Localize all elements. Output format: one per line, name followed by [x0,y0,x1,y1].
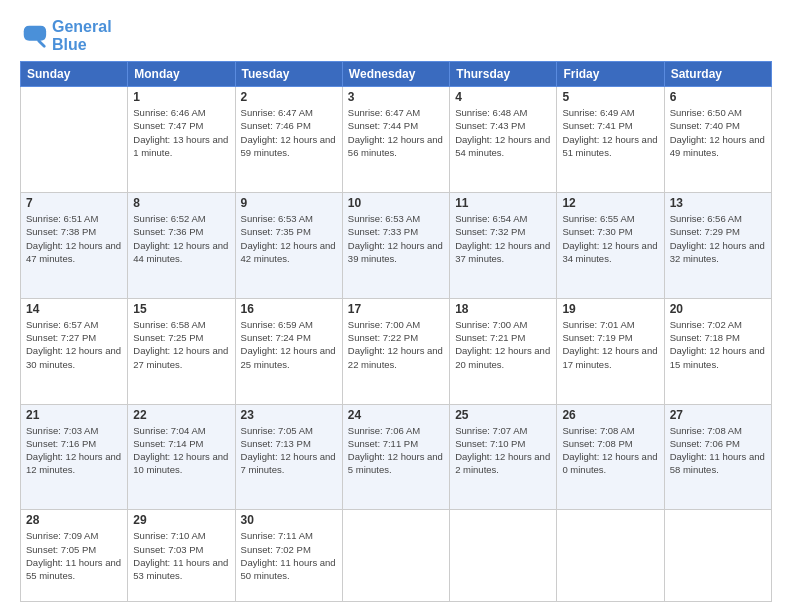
day-number: 4 [455,90,551,104]
day-cell [21,87,128,193]
day-info: Sunrise: 6:52 AM Sunset: 7:36 PM Dayligh… [133,212,229,265]
day-cell: 26 Sunrise: 7:08 AM Sunset: 7:08 PM Dayl… [557,404,664,510]
day-number: 25 [455,408,551,422]
day-info: Sunrise: 6:49 AM Sunset: 7:41 PM Dayligh… [562,106,658,159]
day-number: 6 [670,90,766,104]
day-number: 5 [562,90,658,104]
day-info: Sunrise: 6:55 AM Sunset: 7:30 PM Dayligh… [562,212,658,265]
day-number: 23 [241,408,337,422]
day-cell: 30 Sunrise: 7:11 AM Sunset: 7:02 PM Dayl… [235,510,342,602]
day-info: Sunrise: 6:58 AM Sunset: 7:25 PM Dayligh… [133,318,229,371]
day-number: 12 [562,196,658,210]
day-cell: 28 Sunrise: 7:09 AM Sunset: 7:05 PM Dayl… [21,510,128,602]
day-number: 8 [133,196,229,210]
day-number: 19 [562,302,658,316]
day-info: Sunrise: 6:48 AM Sunset: 7:43 PM Dayligh… [455,106,551,159]
day-number: 22 [133,408,229,422]
week-row-2: 7 Sunrise: 6:51 AM Sunset: 7:38 PM Dayli… [21,192,772,298]
week-row-5: 28 Sunrise: 7:09 AM Sunset: 7:05 PM Dayl… [21,510,772,602]
day-cell [664,510,771,602]
day-number: 18 [455,302,551,316]
day-info: Sunrise: 7:04 AM Sunset: 7:14 PM Dayligh… [133,424,229,477]
header-tuesday: Tuesday [235,62,342,87]
day-number: 24 [348,408,444,422]
logo-line1: General [52,18,112,36]
day-number: 20 [670,302,766,316]
day-number: 7 [26,196,122,210]
day-cell: 8 Sunrise: 6:52 AM Sunset: 7:36 PM Dayli… [128,192,235,298]
page: General Blue Sunday Monday Tuesday Wedne… [0,0,792,612]
day-cell: 16 Sunrise: 6:59 AM Sunset: 7:24 PM Dayl… [235,298,342,404]
day-number: 17 [348,302,444,316]
logo: General Blue [20,18,112,53]
day-number: 26 [562,408,658,422]
weekday-header-row: Sunday Monday Tuesday Wednesday Thursday… [21,62,772,87]
header-monday: Monday [128,62,235,87]
day-cell: 22 Sunrise: 7:04 AM Sunset: 7:14 PM Dayl… [128,404,235,510]
day-number: 2 [241,90,337,104]
day-number: 28 [26,513,122,527]
day-info: Sunrise: 6:54 AM Sunset: 7:32 PM Dayligh… [455,212,551,265]
day-info: Sunrise: 7:00 AM Sunset: 7:22 PM Dayligh… [348,318,444,371]
day-info: Sunrise: 7:01 AM Sunset: 7:19 PM Dayligh… [562,318,658,371]
week-row-4: 21 Sunrise: 7:03 AM Sunset: 7:16 PM Dayl… [21,404,772,510]
day-number: 14 [26,302,122,316]
day-info: Sunrise: 6:53 AM Sunset: 7:35 PM Dayligh… [241,212,337,265]
day-number: 3 [348,90,444,104]
day-cell: 2 Sunrise: 6:47 AM Sunset: 7:46 PM Dayli… [235,87,342,193]
day-info: Sunrise: 6:57 AM Sunset: 7:27 PM Dayligh… [26,318,122,371]
day-cell: 27 Sunrise: 7:08 AM Sunset: 7:06 PM Dayl… [664,404,771,510]
day-number: 15 [133,302,229,316]
logo-icon [20,22,48,50]
day-info: Sunrise: 6:59 AM Sunset: 7:24 PM Dayligh… [241,318,337,371]
day-number: 9 [241,196,337,210]
day-number: 10 [348,196,444,210]
day-cell [342,510,449,602]
day-cell: 6 Sunrise: 6:50 AM Sunset: 7:40 PM Dayli… [664,87,771,193]
header-friday: Friday [557,62,664,87]
day-number: 27 [670,408,766,422]
header-saturday: Saturday [664,62,771,87]
day-cell: 1 Sunrise: 6:46 AM Sunset: 7:47 PM Dayli… [128,87,235,193]
day-cell: 5 Sunrise: 6:49 AM Sunset: 7:41 PM Dayli… [557,87,664,193]
day-number: 21 [26,408,122,422]
day-info: Sunrise: 6:51 AM Sunset: 7:38 PM Dayligh… [26,212,122,265]
day-info: Sunrise: 6:53 AM Sunset: 7:33 PM Dayligh… [348,212,444,265]
day-info: Sunrise: 7:00 AM Sunset: 7:21 PM Dayligh… [455,318,551,371]
day-info: Sunrise: 7:06 AM Sunset: 7:11 PM Dayligh… [348,424,444,477]
calendar-table: Sunday Monday Tuesday Wednesday Thursday… [20,61,772,602]
logo-line2: Blue [52,36,112,54]
day-cell: 18 Sunrise: 7:00 AM Sunset: 7:21 PM Dayl… [450,298,557,404]
day-info: Sunrise: 7:11 AM Sunset: 7:02 PM Dayligh… [241,529,337,582]
day-cell: 10 Sunrise: 6:53 AM Sunset: 7:33 PM Dayl… [342,192,449,298]
day-cell: 4 Sunrise: 6:48 AM Sunset: 7:43 PM Dayli… [450,87,557,193]
day-cell: 29 Sunrise: 7:10 AM Sunset: 7:03 PM Dayl… [128,510,235,602]
day-cell: 23 Sunrise: 7:05 AM Sunset: 7:13 PM Dayl… [235,404,342,510]
day-cell: 12 Sunrise: 6:55 AM Sunset: 7:30 PM Dayl… [557,192,664,298]
day-number: 1 [133,90,229,104]
day-info: Sunrise: 6:56 AM Sunset: 7:29 PM Dayligh… [670,212,766,265]
day-number: 16 [241,302,337,316]
day-info: Sunrise: 7:08 AM Sunset: 7:06 PM Dayligh… [670,424,766,477]
day-cell: 15 Sunrise: 6:58 AM Sunset: 7:25 PM Dayl… [128,298,235,404]
day-cell: 24 Sunrise: 7:06 AM Sunset: 7:11 PM Dayl… [342,404,449,510]
day-cell: 14 Sunrise: 6:57 AM Sunset: 7:27 PM Dayl… [21,298,128,404]
day-cell [450,510,557,602]
day-info: Sunrise: 7:05 AM Sunset: 7:13 PM Dayligh… [241,424,337,477]
day-number: 13 [670,196,766,210]
day-info: Sunrise: 7:07 AM Sunset: 7:10 PM Dayligh… [455,424,551,477]
header: General Blue [20,18,772,53]
day-cell: 11 Sunrise: 6:54 AM Sunset: 7:32 PM Dayl… [450,192,557,298]
day-cell: 25 Sunrise: 7:07 AM Sunset: 7:10 PM Dayl… [450,404,557,510]
header-wednesday: Wednesday [342,62,449,87]
day-info: Sunrise: 7:09 AM Sunset: 7:05 PM Dayligh… [26,529,122,582]
day-cell: 3 Sunrise: 6:47 AM Sunset: 7:44 PM Dayli… [342,87,449,193]
week-row-1: 1 Sunrise: 6:46 AM Sunset: 7:47 PM Dayli… [21,87,772,193]
day-cell: 20 Sunrise: 7:02 AM Sunset: 7:18 PM Dayl… [664,298,771,404]
day-info: Sunrise: 7:03 AM Sunset: 7:16 PM Dayligh… [26,424,122,477]
day-cell: 13 Sunrise: 6:56 AM Sunset: 7:29 PM Dayl… [664,192,771,298]
day-number: 29 [133,513,229,527]
day-cell: 7 Sunrise: 6:51 AM Sunset: 7:38 PM Dayli… [21,192,128,298]
day-info: Sunrise: 7:02 AM Sunset: 7:18 PM Dayligh… [670,318,766,371]
logo-text: General Blue [52,18,112,53]
